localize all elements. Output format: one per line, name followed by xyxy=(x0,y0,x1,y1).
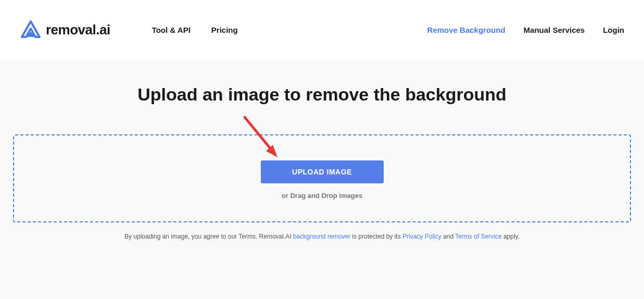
nav-primary: Tool & API Pricing xyxy=(152,26,238,34)
svg-marker-1 xyxy=(266,145,277,157)
link-background-remover[interactable]: background remover xyxy=(293,233,350,240)
logo-icon xyxy=(20,19,42,41)
logo[interactable]: removal.ai xyxy=(20,19,110,41)
page-title: Upload an image to remove the background xyxy=(114,81,531,108)
nav-tool-api[interactable]: Tool & API xyxy=(152,26,191,34)
site-header: removal.ai Tool & API Pricing Remove Bac… xyxy=(0,0,644,60)
link-privacy-policy[interactable]: Privacy Policy xyxy=(402,233,441,240)
link-terms-of-service[interactable]: Terms of Service xyxy=(455,233,501,240)
nav-pricing[interactable]: Pricing xyxy=(211,26,238,34)
drag-drop-hint: or Drag and Drop images xyxy=(14,192,630,200)
disclaimer-mid1: is protected by its xyxy=(350,233,402,240)
nav-manual-services[interactable]: Manual Services xyxy=(524,26,585,34)
disclaimer-mid2: and xyxy=(441,233,455,240)
nav-secondary: Remove Background Manual Services Login xyxy=(427,26,624,34)
upload-wrap: UPLOAD IMAGE or Drag and Drop images By … xyxy=(0,134,644,240)
nav-remove-background[interactable]: Remove Background xyxy=(427,26,506,34)
nav-login[interactable]: Login xyxy=(603,26,624,34)
logo-text: removal.ai xyxy=(46,22,110,38)
annotation-arrow-icon xyxy=(242,115,284,164)
upload-dropzone[interactable]: UPLOAD IMAGE or Drag and Drop images xyxy=(13,134,631,222)
svg-line-0 xyxy=(245,117,273,152)
disclaimer-prefix: By uploading an image, you agree to our … xyxy=(124,233,293,240)
disclaimer-suffix: apply. xyxy=(502,233,520,240)
upload-button[interactable]: UPLOAD IMAGE xyxy=(261,160,384,183)
disclaimer-text: By uploading an image, you agree to our … xyxy=(0,233,644,240)
main-content: Upload an image to remove the background… xyxy=(0,60,644,299)
